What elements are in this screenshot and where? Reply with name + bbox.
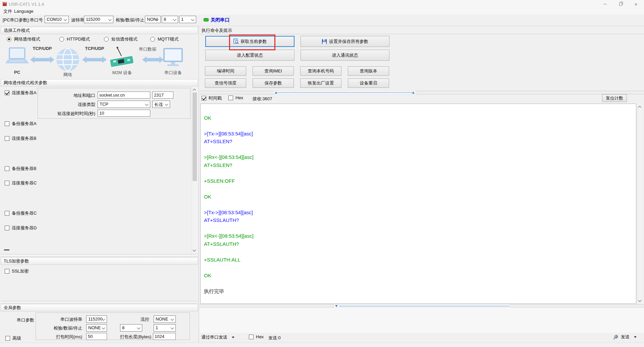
- enter-config-button[interactable]: 进入配置状态: [205, 50, 294, 61]
- recv-hex-checkbox[interactable]: [228, 96, 233, 100]
- log-line: OK: [204, 193, 633, 201]
- restore-button[interactable]: [613, 0, 628, 8]
- server-checkbox-row[interactable]: 连接服务器D: [5, 225, 37, 231]
- conn-type-select[interactable]: TCP: [98, 101, 150, 108]
- link3-label: 串口数据: [139, 46, 156, 52]
- receive-log[interactable]: OK >[Tx->][08:53:54][asc] AT+SSLEN? >[Rx…: [200, 104, 636, 304]
- pack-time-input[interactable]: [86, 333, 107, 340]
- log-line: AT+SSLAUTH?: [204, 240, 633, 248]
- radio-icon[interactable]: [150, 37, 155, 42]
- minimize-button[interactable]: [597, 0, 613, 8]
- radio-icon[interactable]: [104, 37, 109, 42]
- scroll-down-icon[interactable]: [638, 299, 642, 302]
- databits-select[interactable]: 8: [162, 16, 178, 23]
- checkbox-icon[interactable]: [5, 121, 9, 126]
- arrow-left-icon: [30, 56, 54, 63]
- collapse-up-icon[interactable]: [275, 92, 277, 94]
- reset-counter-button[interactable]: 复位计数: [602, 94, 627, 102]
- timestamp-checkbox[interactable]: [202, 96, 206, 101]
- log-splitter-handle[interactable]: [273, 91, 416, 94]
- collapse-up-icon[interactable]: [412, 92, 415, 94]
- send-hex-row[interactable]: Hex: [249, 334, 264, 339]
- ssl-row[interactable]: SSL加密: [5, 268, 29, 274]
- get-params-button[interactable]: 获取当前参数: [205, 36, 294, 47]
- global-stopbits-select[interactable]: 1: [154, 324, 176, 332]
- flow-label: 流控: [122, 316, 149, 323]
- parity-select[interactable]: NONI: [145, 16, 161, 23]
- keep-mode-select[interactable]: 长连: [152, 101, 170, 108]
- stopbits-select[interactable]: 1: [179, 16, 196, 23]
- global-parity-select[interactable]: NONE: [86, 324, 107, 332]
- radio-icon[interactable]: [7, 37, 11, 42]
- recv-hex-row[interactable]: Hex: [228, 95, 243, 100]
- checkbox-icon[interactable]: [5, 226, 9, 230]
- checkbox-icon[interactable]: [5, 211, 9, 216]
- server-checkbox-label: 连接服务器C: [12, 180, 37, 186]
- command-button[interactable]: 查询IMEI: [253, 66, 294, 76]
- left-splitter-1[interactable]: [1, 254, 198, 256]
- com-port-select[interactable]: COM10: [45, 16, 69, 23]
- pack-len-input[interactable]: [153, 333, 176, 340]
- left-splitter-2[interactable]: [1, 301, 198, 303]
- command-button[interactable]: 设备重启: [348, 78, 389, 88]
- send-button[interactable]: 发送: [613, 334, 637, 340]
- work-mode-option[interactable]: MQTT模式: [148, 36, 192, 42]
- scrollbar-thumb[interactable]: [193, 93, 197, 181]
- scroll-up-icon[interactable]: [193, 89, 196, 92]
- server-checkbox-row[interactable]: 备份服务器A: [5, 121, 37, 127]
- short-conn-timeout-input[interactable]: [98, 110, 150, 117]
- send-input-area[interactable]: [200, 307, 644, 333]
- global-databits-select[interactable]: 8: [120, 324, 142, 332]
- advanced-row[interactable]: 高级: [5, 335, 21, 341]
- timestamp-row[interactable]: 时间戳: [202, 95, 222, 101]
- arrow-middle-icon: [82, 56, 107, 63]
- server-checkbox-row[interactable]: 连接服务器C: [5, 180, 37, 186]
- close-button[interactable]: ×: [628, 0, 644, 8]
- advanced-checkbox[interactable]: [5, 336, 10, 341]
- command-button[interactable]: 查询本机号码: [300, 66, 341, 76]
- scroll-down-icon[interactable]: [193, 248, 196, 252]
- checkbox-icon[interactable]: [5, 181, 9, 185]
- send-hex-checkbox[interactable]: [249, 335, 254, 339]
- app-icon: [2, 2, 7, 6]
- ssl-checkbox[interactable]: [5, 269, 9, 274]
- server-a-checkbox[interactable]: [5, 91, 9, 95]
- close-serial-button[interactable]: 关闭串口: [211, 17, 229, 23]
- server-port-input[interactable]: [152, 92, 173, 99]
- send-splitter-handle[interactable]: [334, 304, 510, 307]
- command-button[interactable]: 查询版本: [348, 66, 389, 76]
- command-button[interactable]: 保存参数: [253, 78, 294, 88]
- global-baud-select[interactable]: 115200: [86, 315, 107, 323]
- checkbox-icon[interactable]: [5, 166, 9, 171]
- work-mode-option[interactable]: 网络透传模式: [5, 36, 57, 42]
- server-address-input[interactable]: [98, 92, 150, 99]
- flow-select[interactable]: NONE: [154, 315, 176, 323]
- log-splitter[interactable]: [200, 91, 644, 94]
- server-checkbox-row[interactable]: 备份服务器B: [5, 166, 37, 172]
- command-button[interactable]: 编译时间: [205, 66, 246, 76]
- set-save-button[interactable]: 设置并保存所有参数: [301, 36, 389, 47]
- server-checkbox-row[interactable]: 连接服务器B: [5, 135, 37, 141]
- recv-count: 接收:3607: [253, 96, 272, 102]
- enter-comm-button[interactable]: 进入通讯状态: [301, 50, 389, 61]
- radio-icon[interactable]: [59, 37, 64, 42]
- menu-language[interactable]: Language: [12, 8, 36, 15]
- command-button[interactable]: 查信号强度: [205, 78, 246, 88]
- net-params-header: 网络透传模式相关参数: [1, 79, 198, 86]
- checkbox-icon[interactable]: [5, 136, 9, 141]
- net-params-scrollbar[interactable]: [192, 86, 198, 253]
- collapse-down-icon[interactable]: [335, 305, 338, 307]
- server-checkbox-row[interactable]: 备份服务器C: [5, 210, 37, 216]
- log-scrollbar[interactable]: [637, 104, 643, 304]
- conn-type-label: 连接类型: [41, 102, 95, 108]
- work-mode-option[interactable]: HTTPD模式: [57, 36, 102, 42]
- global-frame-label: 检验/数据/停止: [39, 325, 82, 331]
- send-via-button[interactable]: 通过串口发送: [201, 334, 234, 340]
- timestamp-label: 时间戳: [209, 95, 222, 101]
- server-a-row[interactable]: 连接服务器A: [5, 90, 37, 96]
- baud-select[interactable]: 115200: [84, 16, 113, 23]
- scroll-up-icon[interactable]: [638, 106, 642, 109]
- send-icon: [613, 334, 619, 340]
- command-button[interactable]: 恢复出厂设置: [300, 78, 341, 88]
- work-mode-option[interactable]: 短信透传模式: [102, 36, 148, 42]
